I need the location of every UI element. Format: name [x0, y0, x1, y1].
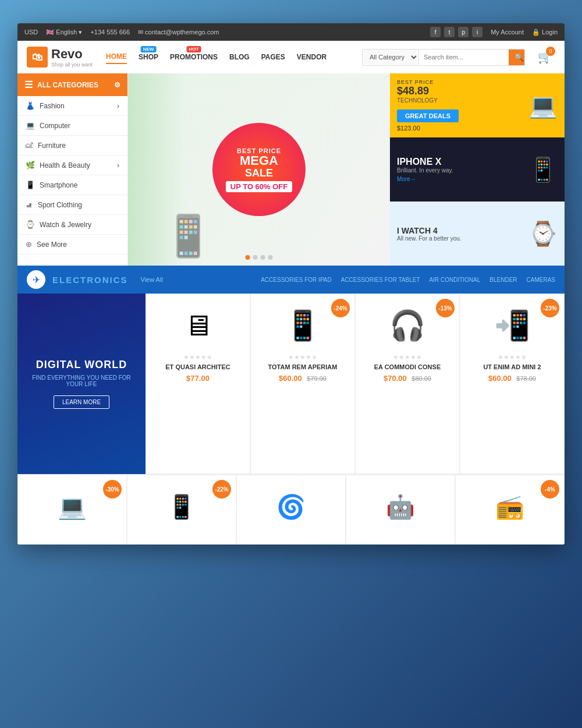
health-icon: 🌿	[26, 161, 35, 169]
product-card-3[interactable]: -13% 🎧 ★★★★★ EA COMMODI CONSE $70.00 $80…	[355, 294, 460, 474]
product-old-price-2: $79.00	[307, 375, 327, 382]
product-img-4: 📲	[489, 302, 535, 349]
iphone-more-link[interactable]: More→	[397, 176, 528, 182]
cat-fashion-label: Fashion	[40, 102, 65, 110]
product-card-8[interactable]: 🤖	[346, 475, 455, 545]
promotions-badge: Hot	[187, 46, 201, 52]
electronics-icon: ✈	[27, 270, 45, 289]
see-more-icon: ⊕	[26, 240, 32, 249]
product-img-9: 📻	[487, 483, 533, 530]
elec-cat-cameras[interactable]: CAMERAS	[527, 277, 555, 283]
learn-more-button[interactable]: LEARN MORE	[54, 395, 109, 409]
banner-iphone: IPHONE X Brilliant. In every way. More→ …	[390, 137, 565, 202]
product-stars-1: ★★★★★	[183, 354, 212, 361]
search-button[interactable]: 🔍	[509, 50, 525, 65]
my-account-link[interactable]: My Account	[491, 29, 524, 36]
product-badge-3: -13%	[436, 299, 455, 317]
product-card-4[interactable]: -23% 📲 ★★★★★ UT ENIM AD MINI 2 $60.00 $7…	[460, 294, 565, 474]
menu-icon: ☰	[24, 79, 33, 90]
tech-sub-price: $123.00	[397, 125, 528, 132]
hero-section: ☰ ALL CATEGORIES ⚙ 👗 Fashion › 💻 Compute…	[17, 73, 565, 266]
cat-watch-jewelry[interactable]: ⌚ Watch & Jewelry	[17, 215, 127, 235]
elec-cat-tablet[interactable]: ACCESSORIES FOR TABLET	[341, 277, 420, 283]
cat-sport-clothing[interactable]: ⛸ Sport Clothing	[17, 195, 127, 215]
shop-badge: New	[141, 46, 157, 52]
product-price-2: $60.00	[279, 374, 302, 383]
dot-3[interactable]	[261, 255, 265, 260]
product-badge-6: -22%	[212, 480, 231, 499]
instagram-icon[interactable]: i	[472, 27, 482, 37]
cat-health-beauty[interactable]: 🌿 Health & Beauty ›	[17, 156, 127, 175]
product-img-1: 🖥	[175, 302, 221, 349]
product-card-9[interactable]: -4% 📻	[455, 475, 565, 545]
search-input[interactable]	[419, 50, 509, 64]
nav-shop[interactable]: New SHOP	[139, 51, 158, 63]
nav-blog[interactable]: BLOG	[229, 51, 250, 63]
hero-tablet-icon: 📱	[163, 212, 214, 260]
cat-see-more[interactable]: ⊕ See More	[17, 235, 127, 255]
product-badge-4: -23%	[541, 299, 559, 317]
phone-number: +134 555 666	[90, 29, 130, 36]
iphone-image: 📱	[528, 156, 558, 183]
furniture-icon: 🛋	[26, 141, 33, 150]
cat-smartphone-label: Smartphone	[40, 181, 77, 189]
browser-wrapper: USD 🇬🇧 English ▾ +134 555 666 ✉ contact@…	[17, 23, 565, 545]
mega-sale-badge: BEST PRICE MEGA SALE UP TO 60% OFF	[212, 123, 306, 216]
language-selector[interactable]: 🇬🇧 English ▾	[46, 29, 82, 36]
nav-promotions[interactable]: Hot PROMOTIONS	[170, 51, 218, 63]
logo-name: Revo	[51, 47, 93, 62]
elec-cat-ipad[interactable]: ACCESSORIES FOR IPAD	[261, 277, 332, 283]
tech-price: $48.89	[397, 85, 528, 97]
site-header: 🛍 Revo Shop all you want HOME New SHOP H…	[17, 41, 565, 73]
smartphone-icon: 📱	[26, 181, 35, 189]
sidebar-promo-subtitle: FIND EVERYTHING YOU NEED FOR YOUR LIFE	[29, 374, 134, 387]
sport-icon: ⛸	[26, 200, 33, 209]
view-all-link[interactable]: View All	[141, 276, 163, 283]
product-card-7[interactable]: 🌀	[236, 475, 346, 545]
product-card-1[interactable]: 🖥 ★★★★★ ET QUASI ARCHITEC $77.00	[146, 294, 250, 474]
top-bar-right: f t p i My Account 🔒 Login	[430, 27, 558, 37]
products-sidebar: DIGITAL WORLD FIND EVERYTHING YOU NEED F…	[17, 294, 146, 474]
tech-product-image: 💻	[528, 92, 558, 119]
product-card-6[interactable]: -22% 📱	[127, 475, 236, 545]
categories-panel: ☰ ALL CATEGORIES ⚙ 👗 Fashion › 💻 Compute…	[17, 73, 128, 266]
facebook-icon[interactable]: f	[430, 27, 441, 37]
login-link[interactable]: 🔒 Login	[532, 29, 558, 36]
categories-settings-icon: ⚙	[114, 81, 120, 89]
great-deals-button[interactable]: GREAT DEALS	[397, 109, 459, 122]
product-badge-9: -4%	[541, 480, 559, 499]
banner-watch: I WATCH 4 All new. For a better you. ⌚	[390, 202, 565, 266]
elec-cat-air[interactable]: AIR CONDITIONAL	[430, 277, 481, 283]
cat-smartphone[interactable]: 📱 Smartphone	[17, 175, 127, 195]
dot-2[interactable]	[253, 255, 258, 260]
cat-fashion[interactable]: 👗 Fashion ›	[17, 96, 127, 116]
pinterest-icon[interactable]: p	[458, 27, 469, 37]
logo[interactable]: 🛍 Revo Shop all you want	[27, 47, 97, 68]
tech-best-price-label: BEST PRICE	[397, 79, 528, 85]
chevron-right-icon-2: ›	[117, 161, 119, 169]
sidebar-promo-title: DIGITAL WORLD	[36, 359, 127, 371]
nav-vendor[interactable]: VENDOR	[297, 51, 327, 63]
cat-furniture[interactable]: 🛋 Furniture	[17, 136, 127, 156]
cart-button[interactable]: 🛒 0	[534, 47, 555, 68]
search-category-select[interactable]: All Category	[363, 50, 419, 65]
elec-cat-blender[interactable]: BLENDER	[489, 277, 517, 283]
fashion-icon: 👗	[26, 101, 35, 110]
cat-computer[interactable]: 💻 Computer	[17, 116, 127, 136]
watch-subtitle: All new. For a better you.	[397, 235, 528, 242]
twitter-icon[interactable]: t	[444, 27, 455, 37]
nav-pages[interactable]: PAGES	[261, 51, 285, 63]
cat-sport-label: Sport Clothing	[38, 201, 82, 209]
watch-icon: ⌚	[26, 220, 35, 229]
currency-selector[interactable]: USD	[24, 29, 38, 36]
product-img-6: 📱	[158, 483, 205, 530]
dot-4[interactable]	[268, 255, 273, 260]
product-card-2[interactable]: -24% 📱 ★★★★★ TOTAM REM APERIAM $60.00 $7…	[250, 294, 355, 474]
electronics-section-bar: ✈ ELECTRONICS View All ACCESSORIES FOR I…	[17, 266, 565, 294]
search-bar: All Category 🔍	[362, 49, 525, 66]
logo-icon: 🛍	[27, 47, 48, 68]
nav-home[interactable]: HOME	[106, 50, 127, 64]
product-card-5[interactable]: -30% 💻	[17, 475, 127, 545]
dot-1[interactable]	[246, 255, 250, 260]
logo-sub: Shop all you want	[51, 62, 93, 68]
